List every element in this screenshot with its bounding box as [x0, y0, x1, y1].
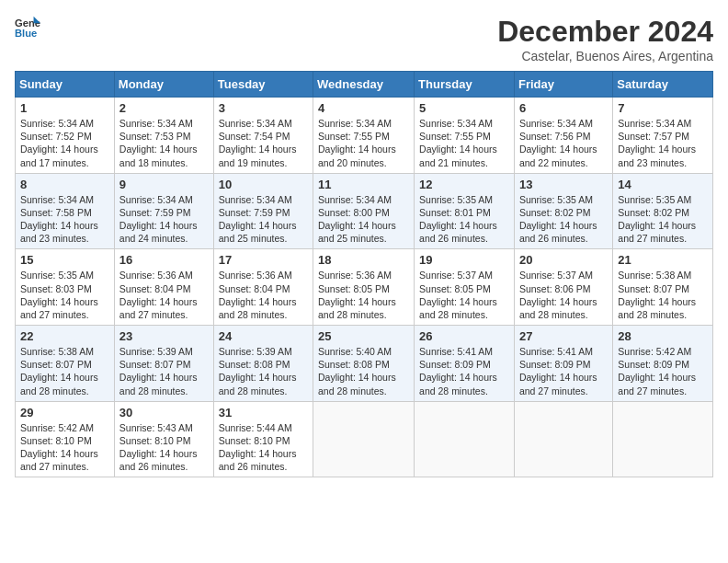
- day-of-week-header: Wednesday: [313, 72, 415, 98]
- day-number: 30: [119, 406, 209, 419]
- calendar-cell: [514, 401, 612, 477]
- day-number: 5: [419, 101, 509, 115]
- day-of-week-header: Sunday: [16, 72, 115, 98]
- calendar-cell: 14Sunrise: 5:35 AM Sunset: 8:02 PM Dayli…: [613, 173, 713, 249]
- svg-text:Blue: Blue: [15, 28, 37, 39]
- calendar-cell: [613, 401, 713, 477]
- calendar-cell: 30Sunrise: 5:43 AM Sunset: 8:10 PM Dayli…: [114, 401, 213, 477]
- cell-details: Sunrise: 5:35 AM Sunset: 8:01 PM Dayligh…: [419, 193, 509, 246]
- calendar-week-row: 29Sunrise: 5:42 AM Sunset: 8:10 PM Dayli…: [16, 401, 713, 477]
- day-number: 22: [20, 329, 109, 343]
- cell-details: Sunrise: 5:34 AM Sunset: 7:55 PM Dayligh…: [318, 117, 409, 169]
- cell-details: Sunrise: 5:35 AM Sunset: 8:03 PM Dayligh…: [20, 269, 109, 321]
- cell-details: Sunrise: 5:38 AM Sunset: 8:07 PM Dayligh…: [618, 269, 708, 321]
- calendar-cell: 25Sunrise: 5:40 AM Sunset: 8:08 PM Dayli…: [313, 326, 415, 402]
- cell-details: Sunrise: 5:34 AM Sunset: 8:00 PM Dayligh…: [318, 193, 409, 246]
- calendar-cell: 24Sunrise: 5:39 AM Sunset: 8:08 PM Dayli…: [213, 326, 313, 402]
- day-number: 23: [119, 329, 209, 343]
- day-of-week-header: Tuesday: [213, 72, 313, 98]
- calendar-cell: 4Sunrise: 5:34 AM Sunset: 7:55 PM Daylig…: [313, 98, 415, 174]
- calendar-cell: 11Sunrise: 5:34 AM Sunset: 8:00 PM Dayli…: [313, 173, 415, 249]
- day-number: 13: [519, 178, 608, 191]
- calendar-cell: 5Sunrise: 5:34 AM Sunset: 7:55 PM Daylig…: [415, 98, 515, 174]
- calendar-cell: 29Sunrise: 5:42 AM Sunset: 8:10 PM Dayli…: [16, 401, 115, 477]
- day-number: 1: [20, 101, 109, 115]
- cell-details: Sunrise: 5:34 AM Sunset: 7:56 PM Dayligh…: [519, 117, 608, 169]
- calendar-cell: 28Sunrise: 5:42 AM Sunset: 8:09 PM Dayli…: [613, 326, 713, 402]
- cell-details: Sunrise: 5:41 AM Sunset: 8:09 PM Dayligh…: [419, 345, 509, 397]
- cell-details: Sunrise: 5:34 AM Sunset: 7:54 PM Dayligh…: [219, 117, 308, 169]
- cell-details: Sunrise: 5:40 AM Sunset: 8:08 PM Dayligh…: [318, 345, 409, 397]
- calendar-cell: 12Sunrise: 5:35 AM Sunset: 8:01 PM Dayli…: [415, 173, 515, 249]
- day-number: 10: [219, 178, 308, 191]
- cell-details: Sunrise: 5:34 AM Sunset: 7:59 PM Dayligh…: [219, 193, 308, 246]
- calendar-week-row: 8Sunrise: 5:34 AM Sunset: 7:58 PM Daylig…: [16, 173, 713, 249]
- calendar-cell: 21Sunrise: 5:38 AM Sunset: 8:07 PM Dayli…: [613, 249, 713, 326]
- calendar-cell: 8Sunrise: 5:34 AM Sunset: 7:58 PM Daylig…: [16, 173, 115, 249]
- calendar-cell: 10Sunrise: 5:34 AM Sunset: 7:59 PM Dayli…: [213, 173, 313, 249]
- cell-details: Sunrise: 5:36 AM Sunset: 8:04 PM Dayligh…: [219, 269, 308, 321]
- calendar-cell: 23Sunrise: 5:39 AM Sunset: 8:07 PM Dayli…: [114, 326, 213, 402]
- calendar-cell: 6Sunrise: 5:34 AM Sunset: 7:56 PM Daylig…: [514, 98, 612, 174]
- cell-details: Sunrise: 5:34 AM Sunset: 7:52 PM Dayligh…: [20, 117, 109, 169]
- day-number: 19: [419, 253, 509, 267]
- day-number: 26: [419, 329, 509, 343]
- day-of-week-header: Friday: [514, 72, 612, 98]
- calendar-cell: 18Sunrise: 5:36 AM Sunset: 8:05 PM Dayli…: [313, 249, 415, 326]
- calendar-cell: 26Sunrise: 5:41 AM Sunset: 8:09 PM Dayli…: [415, 326, 515, 402]
- day-number: 25: [318, 329, 409, 343]
- day-number: 14: [618, 178, 708, 191]
- cell-details: Sunrise: 5:39 AM Sunset: 8:07 PM Dayligh…: [119, 345, 209, 397]
- calendar-cell: [415, 401, 515, 477]
- calendar-cell: [313, 401, 415, 477]
- page-header: General Blue December 2024 Castelar, Bue…: [15, 15, 713, 63]
- calendar-cell: 7Sunrise: 5:34 AM Sunset: 7:57 PM Daylig…: [613, 98, 713, 174]
- calendar-cell: 17Sunrise: 5:36 AM Sunset: 8:04 PM Dayli…: [213, 249, 313, 326]
- cell-details: Sunrise: 5:35 AM Sunset: 8:02 PM Dayligh…: [519, 193, 608, 246]
- cell-details: Sunrise: 5:37 AM Sunset: 8:05 PM Dayligh…: [419, 269, 509, 321]
- calendar-header-row: SundayMondayTuesdayWednesdayThursdayFrid…: [16, 72, 713, 98]
- calendar-week-row: 1Sunrise: 5:34 AM Sunset: 7:52 PM Daylig…: [16, 98, 713, 174]
- cell-details: Sunrise: 5:44 AM Sunset: 8:10 PM Dayligh…: [219, 421, 308, 474]
- day-number: 4: [318, 101, 409, 115]
- calendar-cell: 27Sunrise: 5:41 AM Sunset: 8:09 PM Dayli…: [514, 326, 612, 402]
- cell-details: Sunrise: 5:38 AM Sunset: 8:07 PM Dayligh…: [20, 345, 109, 397]
- day-number: 24: [219, 329, 308, 343]
- cell-details: Sunrise: 5:34 AM Sunset: 7:55 PM Dayligh…: [419, 117, 509, 169]
- page-subtitle: Castelar, Buenos Aires, Argentina: [497, 49, 713, 63]
- day-of-week-header: Saturday: [613, 72, 713, 98]
- cell-details: Sunrise: 5:42 AM Sunset: 8:10 PM Dayligh…: [20, 421, 109, 474]
- calendar-cell: 2Sunrise: 5:34 AM Sunset: 7:53 PM Daylig…: [114, 98, 213, 174]
- day-number: 9: [119, 178, 209, 191]
- day-number: 27: [519, 329, 608, 343]
- cell-details: Sunrise: 5:34 AM Sunset: 7:59 PM Dayligh…: [119, 193, 209, 246]
- calendar-cell: 20Sunrise: 5:37 AM Sunset: 8:06 PM Dayli…: [514, 249, 612, 326]
- calendar-cell: 16Sunrise: 5:36 AM Sunset: 8:04 PM Dayli…: [114, 249, 213, 326]
- day-of-week-header: Thursday: [415, 72, 515, 98]
- cell-details: Sunrise: 5:39 AM Sunset: 8:08 PM Dayligh…: [219, 345, 308, 397]
- day-of-week-header: Monday: [114, 72, 213, 98]
- calendar-week-row: 22Sunrise: 5:38 AM Sunset: 8:07 PM Dayli…: [16, 326, 713, 402]
- calendar-cell: 1Sunrise: 5:34 AM Sunset: 7:52 PM Daylig…: [16, 98, 115, 174]
- calendar-week-row: 15Sunrise: 5:35 AM Sunset: 8:03 PM Dayli…: [16, 249, 713, 326]
- title-area: December 2024 Castelar, Buenos Aires, Ar…: [497, 15, 713, 63]
- day-number: 29: [20, 406, 109, 419]
- cell-details: Sunrise: 5:35 AM Sunset: 8:02 PM Dayligh…: [618, 193, 708, 246]
- day-number: 15: [20, 253, 109, 267]
- day-number: 18: [318, 253, 409, 267]
- calendar-cell: 3Sunrise: 5:34 AM Sunset: 7:54 PM Daylig…: [213, 98, 313, 174]
- cell-details: Sunrise: 5:43 AM Sunset: 8:10 PM Dayligh…: [119, 421, 209, 474]
- logo: General Blue: [15, 15, 40, 40]
- cell-details: Sunrise: 5:34 AM Sunset: 7:53 PM Dayligh…: [119, 117, 209, 169]
- page-title: December 2024: [497, 15, 713, 49]
- calendar-cell: 9Sunrise: 5:34 AM Sunset: 7:59 PM Daylig…: [114, 173, 213, 249]
- day-number: 3: [219, 101, 308, 115]
- day-number: 16: [119, 253, 209, 267]
- cell-details: Sunrise: 5:42 AM Sunset: 8:09 PM Dayligh…: [618, 345, 708, 397]
- day-number: 31: [219, 406, 308, 419]
- cell-details: Sunrise: 5:36 AM Sunset: 8:04 PM Dayligh…: [119, 269, 209, 321]
- cell-details: Sunrise: 5:34 AM Sunset: 7:57 PM Dayligh…: [618, 117, 708, 169]
- calendar-cell: 31Sunrise: 5:44 AM Sunset: 8:10 PM Dayli…: [213, 401, 313, 477]
- day-number: 6: [519, 101, 608, 115]
- day-number: 2: [119, 101, 209, 115]
